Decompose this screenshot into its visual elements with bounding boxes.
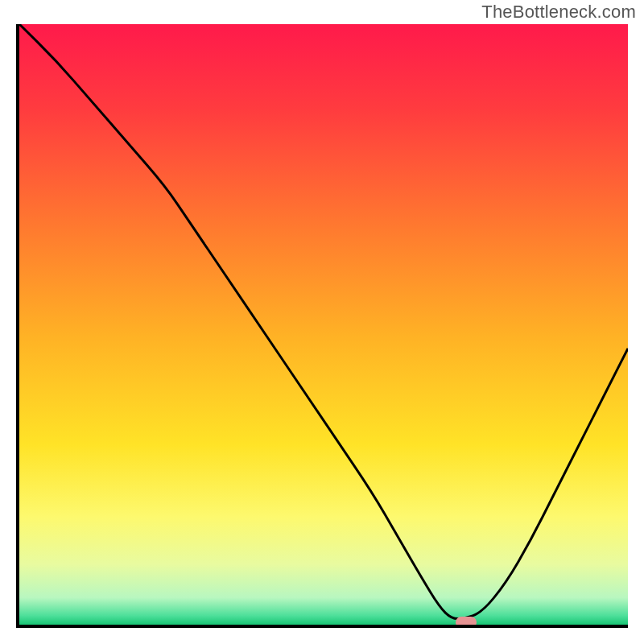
chart-container: TheBottleneck.com xyxy=(0,0,644,644)
curve-layer xyxy=(19,24,628,625)
bottleneck-curve xyxy=(19,24,628,619)
watermark-text: TheBottleneck.com xyxy=(481,2,636,23)
optimal-point-marker xyxy=(456,617,477,628)
plot-area xyxy=(16,24,628,628)
